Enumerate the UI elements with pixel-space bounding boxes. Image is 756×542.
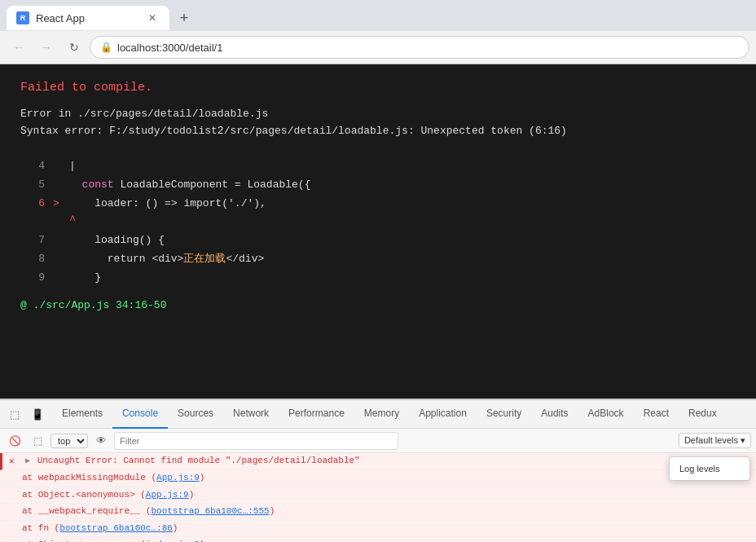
tab-redux[interactable]: Redux — [679, 400, 727, 429]
error-icon-1: ✕ — [9, 456, 22, 468]
console-output: ✕ ▶ Uncaught Error: Cannot find module "… — [0, 453, 756, 542]
tab-title: React App — [36, 12, 138, 24]
tab-console[interactable]: Console — [112, 400, 168, 429]
nav-bar: ← → ↻ 🔒 localhost:3000/detail/1 — [0, 31, 756, 64]
devtools-icon-area: ⬚ 📱 — [3, 403, 49, 425]
context-select[interactable]: top — [51, 434, 88, 448]
tab-favicon: R — [16, 11, 29, 24]
tab-application[interactable]: Application — [409, 400, 477, 429]
devtools-panel: ⬚ 📱 Elements Console Sources Network Per… — [0, 399, 756, 542]
browser-tab[interactable]: R React App ✕ — [7, 6, 169, 30]
log-levels-button[interactable]: Default levels ▾ Log levels — [679, 433, 751, 448]
log-levels-option[interactable]: Log levels — [670, 460, 749, 477]
new-tab-button[interactable]: + — [173, 7, 196, 29]
log-levels-label: Default levels ▾ — [684, 435, 745, 446]
code-block: 4 | 5 const LoadableComponent = Loadable… — [20, 156, 736, 288]
error-header: Failed to compile. — [20, 81, 736, 95]
code-line-8: 8 return <div>正在加载</div> — [20, 249, 736, 268]
error-subtitle: Error in ./src/pages/detail/loadable.js … — [20, 106, 736, 140]
devtools-device-icon[interactable]: 📱 — [26, 403, 49, 425]
code-line-5: 5 const LoadableComponent = Loadable({ — [20, 175, 736, 194]
console-toolbar: 🚫 ⬚ top 👁 Default levels ▾ Log levels — [0, 429, 756, 453]
back-button[interactable]: ← — [7, 35, 31, 59]
at-reference: @ ./src/App.js 34:16-50 — [20, 299, 736, 311]
browser-chrome: R React App ✕ + ← → ↻ 🔒 localhost:3000/d… — [0, 0, 756, 64]
tab-adblock[interactable]: AdBlock — [578, 400, 634, 429]
code-line-9: 9 } — [20, 268, 736, 287]
code-line-7: 7 loading() { — [20, 231, 736, 249]
console-format-icon[interactable]: ⬚ — [28, 431, 47, 451]
console-entry-1: ✕ ▶ Uncaught Error: Cannot find module "… — [0, 453, 756, 470]
console-entry-stack-1b: at Object.<anonymous> (App.js:9) — [0, 487, 756, 504]
console-entry-stack-1c: at __webpack_require__ (bootstrap 6ba100… — [0, 504, 756, 520]
address-lock-icon: 🔒 — [100, 42, 112, 53]
devtools-tab-bar: ⬚ 📱 Elements Console Sources Network Per… — [0, 400, 756, 429]
tab-memory[interactable]: Memory — [354, 400, 409, 429]
reload-button[interactable]: ↻ — [62, 35, 86, 59]
tab-close-button[interactable]: ✕ — [145, 11, 160, 25]
code-line-4: 4 | — [20, 156, 736, 175]
log-levels-dropdown: Log levels — [669, 456, 750, 481]
tab-elements[interactable]: Elements — [52, 400, 112, 429]
console-entry-stack-1a: at webpackMissingModule (App.js:9) — [0, 470, 756, 487]
console-clear-icon[interactable]: 🚫 — [5, 431, 24, 451]
code-line-6: 6 > loader: () => import('./'), — [20, 194, 736, 213]
page-content: Failed to compile. Error in ./src/pages/… — [0, 64, 756, 399]
tab-bar: R React App ✕ + — [0, 0, 756, 31]
tab-performance[interactable]: Performance — [279, 400, 354, 429]
tab-network[interactable]: Network — [223, 400, 279, 429]
console-entry-stack-1d: at fn (bootstrap 6ba100c…:86) — [0, 521, 756, 537]
tab-react[interactable]: React — [634, 400, 679, 429]
tab-sources[interactable]: Sources — [168, 400, 223, 429]
address-text: localhost:3000/detail/1 — [117, 42, 222, 54]
caret-indicator: ^ — [20, 214, 736, 227]
console-entry-stack-1e: at Object.<anonymous> (index.js:3) — [0, 537, 756, 542]
address-bar[interactable]: 🔒 localhost:3000/detail/1 — [90, 36, 749, 59]
devtools-inspect-icon[interactable]: ⬚ — [3, 403, 26, 425]
tab-security[interactable]: Security — [477, 400, 531, 429]
console-filter-input[interactable] — [114, 432, 398, 450]
console-entry-text-1: ▶ Uncaught Error: Cannot find module "./… — [25, 455, 749, 467]
tab-audits[interactable]: Audits — [531, 400, 578, 429]
forward-button[interactable]: → — [34, 35, 59, 59]
eye-icon[interactable]: 👁 — [91, 431, 111, 451]
